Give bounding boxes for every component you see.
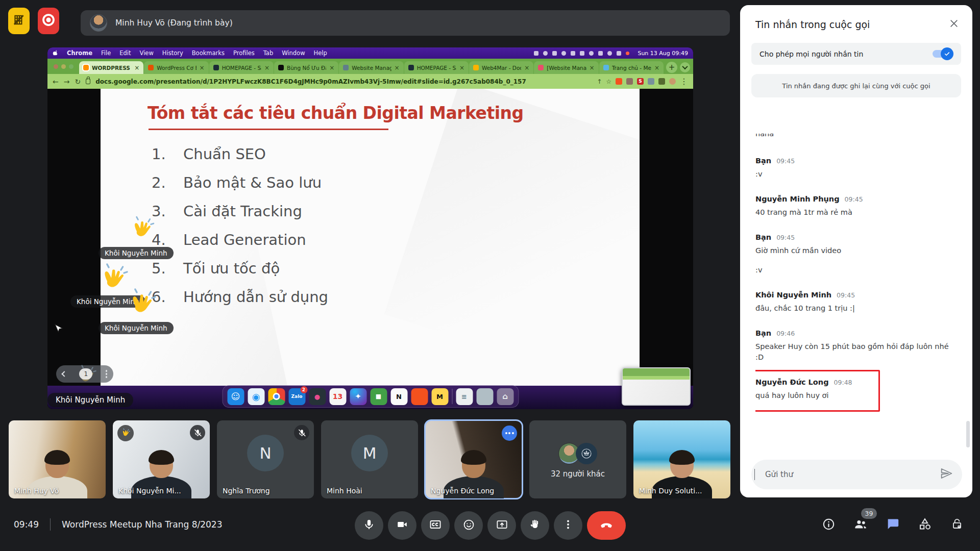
dock-calendar-icon[interactable]: 13 — [329, 388, 346, 405]
chat-message[interactable]: Khôi Nguyễn Minh09:45đâu, chắc 10 trang … — [755, 291, 957, 314]
send-icon[interactable] — [940, 467, 953, 482]
tab-close-icon[interactable]: × — [459, 64, 464, 71]
screen-share-tile[interactable]: ChromeFileEditViewHistoryBookmarksProfil… — [47, 47, 693, 409]
captions-button[interactable] — [421, 511, 450, 540]
mac-menu-item[interactable]: Edit — [119, 49, 131, 57]
extension-icon[interactable] — [658, 78, 665, 85]
dock-preview-icon[interactable] — [476, 388, 493, 405]
tab-close-icon[interactable]: × — [524, 64, 529, 71]
chat-message[interactable]: Bạn09:46Speaker Huy còn 15 phút bao gồm … — [755, 329, 957, 363]
slide-nav-pill[interactable]: 1 — [56, 365, 113, 383]
chat-message[interactable]: Bạn09:45Giờ mình cứ mần video:v — [755, 233, 957, 276]
mac-menu-item[interactable]: Bookmarks — [192, 49, 225, 57]
extension-icon[interactable] — [648, 78, 654, 85]
new-tab-icon[interactable]: + — [666, 62, 677, 73]
dock-figma-icon[interactable]: ● — [309, 388, 326, 405]
chat-message[interactable]: Bạn09:45:v — [755, 157, 957, 180]
browser-tab[interactable]: Web4Mar - Documen× — [469, 61, 533, 74]
chat-message[interactable]: Nguyễn Minh Phụng09:4540 trang mà 1tr mà… — [755, 195, 957, 218]
dock-zalo-icon[interactable]: Zalo2 — [288, 388, 305, 405]
dock-miro-icon[interactable]: M — [431, 388, 448, 405]
participant-tile[interactable]: Nguyễn Đức Long — [425, 420, 522, 498]
forward-icon[interactable]: → — [64, 78, 70, 86]
browser-tab-strip[interactable]: WORDPRESS MEETU×WordPress Cơ Bản×HOMEPAG… — [47, 59, 693, 74]
browser-tab[interactable]: WordPress Cơ Bản× — [144, 61, 208, 74]
activities-button[interactable] — [917, 517, 933, 533]
people-button[interactable] — [853, 517, 868, 533]
dock-finder-icon[interactable]: ☺ — [227, 388, 244, 405]
window-controls[interactable] — [52, 59, 79, 74]
chat-button[interactable] — [885, 517, 900, 533]
more-button[interactable] — [554, 511, 582, 540]
browser-tab[interactable]: Trang chủ - Meracine× — [599, 61, 664, 74]
dock-safari-icon[interactable]: ◉ — [248, 388, 264, 405]
mac-menu-item[interactable]: Tab — [263, 49, 273, 57]
browser-tab[interactable]: Website Managemen× — [339, 61, 403, 74]
browser-tab[interactable]: HOMEPAGE - Sang N× — [209, 61, 274, 74]
dock-chrome-icon[interactable] — [268, 388, 285, 405]
back-icon[interactable]: ← — [53, 78, 59, 86]
present-button[interactable] — [487, 511, 516, 540]
mac-menu-item[interactable]: Help — [314, 49, 327, 57]
mac-menu-item[interactable]: Chrome — [67, 49, 92, 57]
mic-button[interactable] — [355, 511, 383, 540]
tab-close-icon[interactable]: × — [134, 64, 139, 71]
close-icon[interactable] — [949, 18, 959, 31]
host-controls-button[interactable] — [949, 517, 965, 533]
tab-search-icon[interactable] — [680, 62, 690, 72]
extension-icon[interactable] — [669, 78, 676, 85]
end-call-button[interactable] — [587, 511, 626, 540]
browser-tab[interactable]: WORDPRESS MEETU× — [79, 61, 143, 74]
mac-dock[interactable]: ☺◉Zalo2●13✦■NM≡⌂ — [222, 385, 519, 408]
chat-input[interactable] — [754, 469, 940, 480]
participant-tile[interactable]: MMinh Hoài — [321, 420, 418, 498]
mac-menu-item[interactable]: History — [162, 49, 183, 57]
address-url[interactable]: docs.google.com/presentation/d/1P2HYPLFw… — [95, 78, 592, 85]
dock-analytics-icon[interactable] — [411, 388, 428, 405]
previous-slide-icon[interactable] — [61, 371, 67, 377]
extension-icon[interactable]: ☆ — [606, 78, 611, 85]
tab-close-icon[interactable]: × — [590, 64, 595, 71]
participant-tile[interactable]: 32 người khác — [529, 420, 626, 498]
participant-tile[interactable]: Minh Huy Võ — [9, 420, 106, 498]
mac-menu-item[interactable]: File — [101, 49, 111, 57]
browser-url-bar[interactable]: ← → ↻ docs.google.com/presentation/d/1P2… — [47, 74, 693, 89]
mac-menu-item[interactable]: View — [140, 49, 154, 57]
info-button[interactable] — [821, 517, 836, 533]
presenter-banner[interactable]: Minh Huy Võ (Đang trình bày) — [81, 10, 730, 36]
participant-tile[interactable]: NNghĩa Trương — [217, 420, 314, 498]
mac-menu-items[interactable]: ChromeFileEditViewHistoryBookmarksProfil… — [67, 49, 327, 57]
extension-icon[interactable] — [616, 78, 622, 85]
tab-close-icon[interactable]: × — [200, 64, 205, 71]
participant-tile[interactable]: Khôi Nguyễn Mi... — [113, 420, 210, 498]
tab-close-icon[interactable]: × — [329, 64, 334, 71]
chat-message-list[interactable]: hahaBạn09:45:vNguyễn Minh Phụng09:4540 t… — [755, 134, 957, 452]
slide-options-icon[interactable] — [106, 370, 108, 378]
chat-message-highlighted[interactable]: Nguyễn Đức Long09:48quá hay luôn huy ơi — [755, 370, 880, 412]
chat-scrollbar[interactable] — [966, 421, 970, 447]
browser-tab[interactable]: [Website Managemen× — [534, 61, 598, 74]
more-options-button[interactable] — [502, 425, 517, 441]
tab-close-icon[interactable]: × — [395, 64, 400, 71]
extension-icon[interactable]: ↑ — [597, 78, 602, 85]
extension-icon[interactable] — [626, 78, 633, 85]
dock-google-chat-icon[interactable]: ■ — [370, 388, 387, 405]
extension-icons[interactable]: ↑☆S⋮ — [597, 77, 688, 86]
reload-icon[interactable]: ↻ — [75, 78, 81, 86]
camera-button[interactable] — [388, 511, 416, 540]
mac-menu-item[interactable]: Profiles — [233, 49, 255, 57]
dock-textedit-icon[interactable]: ≡ — [456, 388, 473, 405]
extension-icon[interactable]: S — [637, 78, 644, 85]
effects-off-chip[interactable] — [8, 8, 30, 34]
dock-notion-icon[interactable]: N — [390, 388, 407, 405]
allow-messages-toggle[interactable] — [933, 50, 952, 58]
dock-trash-icon[interactable]: ⌂ — [497, 388, 513, 405]
mac-menu-item[interactable]: Window — [282, 49, 305, 57]
browser-tab[interactable]: Bùng Nổ Ưu Đãi - Qu× — [274, 61, 338, 74]
dock-messenger-icon[interactable]: ✦ — [350, 388, 366, 405]
reactions-button[interactable] — [454, 511, 483, 540]
tab-close-icon[interactable]: × — [654, 64, 659, 71]
participant-tile[interactable]: Minh Duy Soluti... — [633, 420, 730, 498]
tab-close-icon[interactable]: × — [264, 64, 270, 71]
browser-menu-icon[interactable]: ⋮ — [680, 77, 688, 86]
